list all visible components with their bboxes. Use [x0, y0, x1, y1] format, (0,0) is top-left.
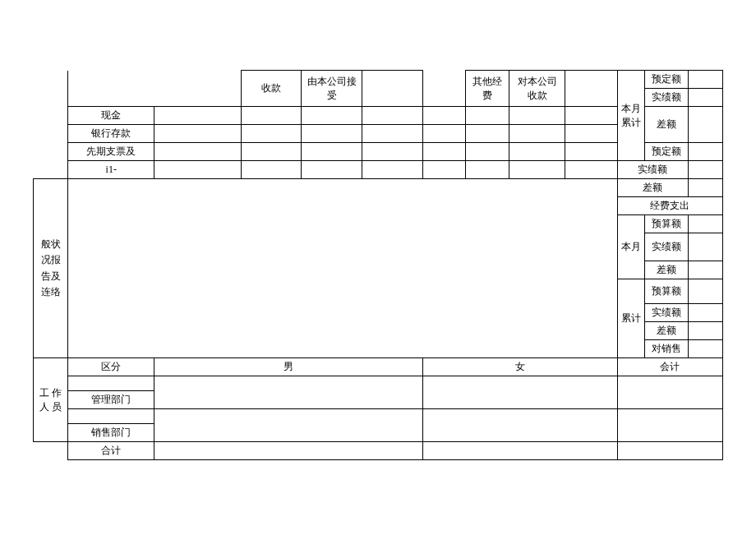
cell	[362, 143, 423, 161]
diff-label: 差额	[645, 107, 689, 143]
cell	[422, 125, 466, 143]
cell	[565, 107, 617, 125]
cell	[565, 143, 617, 161]
cell	[362, 161, 423, 179]
cell	[688, 71, 722, 89]
cell	[422, 376, 617, 409]
row-bank: 银行存款	[68, 125, 154, 143]
diff-label: 差额	[617, 179, 688, 197]
cell	[509, 125, 565, 143]
cell	[154, 376, 422, 409]
cell	[362, 71, 423, 107]
cell	[617, 376, 722, 409]
this-month-label: 本月	[617, 215, 645, 279]
status-report-area	[68, 179, 617, 358]
cell	[302, 161, 362, 179]
actual-label: 实绩额	[617, 161, 688, 179]
cell	[154, 409, 422, 442]
cell	[68, 409, 154, 424]
spacer	[422, 71, 466, 107]
cell	[154, 442, 422, 460]
planned-label: 预定额	[645, 71, 689, 89]
cell	[302, 125, 362, 143]
cell	[688, 233, 722, 261]
cell	[302, 107, 362, 125]
cell	[422, 442, 617, 460]
cell	[565, 125, 617, 143]
cell	[509, 143, 565, 161]
cell	[466, 107, 509, 125]
cumulative-label: 累计	[617, 279, 645, 358]
male-label: 男	[154, 358, 422, 376]
spacer	[34, 442, 68, 460]
staff-label: 工 作人 员	[34, 358, 68, 442]
cell	[466, 125, 509, 143]
total-label: 合计	[68, 442, 154, 460]
cell	[302, 143, 362, 161]
cell	[509, 161, 565, 179]
cell	[422, 161, 466, 179]
cell	[688, 322, 722, 340]
budget-label: 预算额	[645, 215, 689, 233]
cell	[422, 107, 466, 125]
status-report-label: 般状况报告及连络	[34, 179, 68, 358]
cell	[362, 107, 423, 125]
cell	[241, 161, 302, 179]
form-document: 收款 由本公司接受 其他经费 对本公司收款 本月累计 预定额 实绩额 现金 差额…	[0, 0, 756, 535]
diff-label: 差额	[645, 261, 689, 279]
mgmt-label: 管理部门	[68, 391, 154, 409]
main-table: 收款 由本公司接受 其他经费 对本公司收款 本月累计 预定额 实绩额 现金 差额…	[33, 70, 723, 460]
cell	[422, 409, 617, 442]
spacer	[34, 71, 68, 179]
cell	[617, 409, 722, 442]
cell	[688, 304, 722, 322]
cell	[688, 261, 722, 279]
cell	[241, 107, 302, 125]
planned-label: 预定额	[645, 143, 689, 161]
cell	[466, 143, 509, 161]
cell	[154, 143, 241, 161]
cell	[688, 143, 722, 161]
cell	[688, 107, 722, 143]
cell	[68, 376, 154, 391]
budget-label: 预算额	[645, 279, 689, 304]
cell	[688, 215, 722, 233]
cell	[241, 143, 302, 161]
cell	[565, 161, 617, 179]
col-company-receipt: 对本公司收款	[509, 71, 565, 107]
actual-label: 实绩额	[645, 89, 689, 107]
cell	[688, 279, 722, 304]
cell	[688, 340, 722, 358]
col-other-expense: 其他经费	[466, 71, 509, 107]
cell	[154, 125, 241, 143]
cell	[688, 179, 722, 197]
row-i1: i1-	[68, 161, 154, 179]
row-cash: 现金	[68, 107, 154, 125]
actual-label: 实绩额	[645, 233, 689, 261]
accounting-label: 会计	[617, 358, 722, 376]
col-receipt: 收款	[241, 71, 302, 107]
cell	[362, 125, 423, 143]
cell	[422, 143, 466, 161]
cell	[466, 161, 509, 179]
diff-label: 差额	[645, 322, 689, 340]
female-label: 女	[422, 358, 617, 376]
cell	[241, 125, 302, 143]
cell	[688, 89, 722, 107]
category-label: 区分	[68, 358, 154, 376]
col-company-accept: 由本公司接受	[302, 71, 362, 107]
spacer	[68, 71, 242, 107]
this-month-total-label: 本月累计	[617, 71, 645, 161]
sales-dept-label: 销售部门	[68, 424, 154, 442]
actual-label: 实绩额	[645, 304, 689, 322]
expense-out-label: 经费支出	[617, 197, 722, 215]
cell	[509, 107, 565, 125]
row-prior: 先期支票及	[68, 143, 154, 161]
cell	[688, 161, 722, 179]
cell	[154, 161, 241, 179]
cell	[565, 71, 617, 107]
cell	[617, 442, 722, 460]
cell	[154, 107, 241, 125]
vs-sales-label: 对销售	[645, 340, 689, 358]
